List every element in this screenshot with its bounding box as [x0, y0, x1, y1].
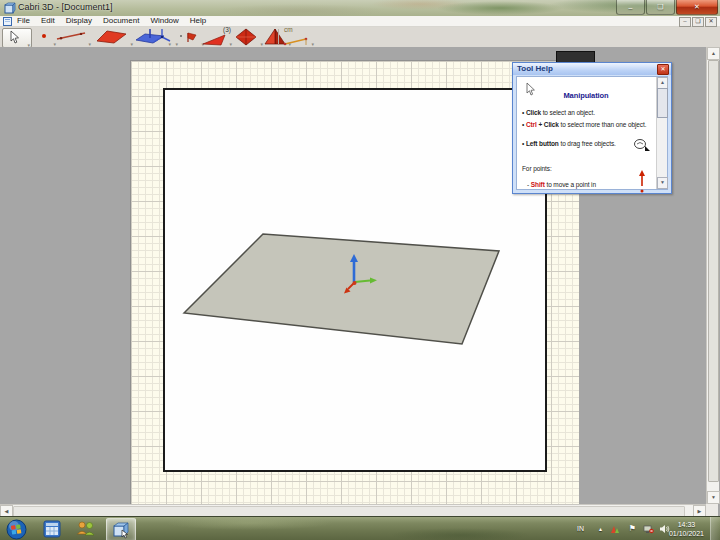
window-controls: – ❏ ✕	[615, 0, 718, 15]
scrollbar-corner	[706, 504, 718, 516]
gadget-icon	[43, 520, 61, 538]
half-plane-tool[interactable]: ▾	[178, 28, 200, 46]
tool-help-title-bar[interactable]: Tool Help ✕	[513, 63, 671, 75]
mdi-minimize-button[interactable]: –	[679, 17, 691, 27]
windows-logo-icon	[6, 519, 27, 540]
mdi-window-controls: – ❏ ✕	[678, 17, 717, 27]
scroll-left-button[interactable]: ◀	[0, 505, 13, 516]
app-icon	[4, 2, 16, 14]
cabri-cube-icon	[111, 521, 131, 539]
vertical-move-arrow-icon	[637, 169, 647, 193]
ctrl-click-text: to select more than one object.	[559, 121, 647, 128]
network-icon[interactable]	[643, 524, 654, 534]
help-line-shift: - Shift to move a point in	[527, 181, 596, 188]
taskbar-app-people[interactable]	[72, 518, 100, 540]
line-icon	[55, 28, 87, 44]
window-title: Cabri 3D - [Document1]	[18, 2, 113, 12]
scroll-down-button[interactable]: ▼	[707, 491, 720, 504]
close-button[interactable]: ✕	[676, 0, 718, 15]
document-icon[interactable]	[3, 17, 12, 26]
show-desktop-button[interactable]	[710, 517, 720, 540]
menu-edit[interactable]: Edit	[41, 16, 55, 26]
action-center-flag-icon[interactable]: ⚑	[629, 524, 636, 533]
measurement-tool[interactable]: ▾	[282, 33, 310, 46]
line-tool[interactable]: ▾	[55, 28, 87, 46]
click-keyword: Click	[544, 121, 559, 128]
scroll-down-button[interactable]: ▼	[657, 177, 668, 189]
help-line-ctrl-click: • Ctrl + Click to select more than one o…	[522, 121, 646, 128]
click-text: to select an object.	[541, 109, 595, 116]
triangle-icon	[200, 33, 228, 46]
tool-help-close-button[interactable]: ✕	[657, 64, 669, 75]
vertical-scroll-thumb[interactable]	[708, 60, 719, 482]
origin-point[interactable]	[353, 281, 357, 285]
point-icon	[38, 28, 52, 44]
mdi-close-button[interactable]: ✕	[705, 17, 717, 27]
people-icon	[76, 520, 96, 538]
mdi-restore-button[interactable]: ❏	[692, 17, 704, 27]
taskbar-app-cabri-active[interactable]	[106, 518, 136, 540]
half-plane-icon	[178, 28, 200, 45]
title-bar: Cabri 3D - [Document1] – ❏ ✕	[0, 0, 720, 17]
tool-help-window: Tool Help ✕ Manipulation • Click to sele…	[512, 62, 672, 194]
document-area: Tool Help ✕ Manipulation • Click to sele…	[0, 47, 720, 516]
tool-help-content: Manipulation • Click to select an object…	[516, 76, 668, 190]
maximize-button[interactable]: ❏	[646, 0, 675, 15]
help-line-click: • Click to select an object.	[522, 109, 595, 116]
polygon-tool[interactable]: ▾	[200, 32, 228, 46]
click-keyword: Click	[526, 109, 541, 116]
menu-display[interactable]: Display	[66, 16, 92, 26]
menu-bar: File Edit Display Document Window Help –…	[0, 16, 720, 27]
polyhedron-tool[interactable]: ▾	[233, 28, 259, 46]
shift-text: to move a point in	[545, 181, 596, 188]
start-button[interactable]	[2, 518, 30, 540]
toolbar-separator	[278, 29, 279, 44]
octahedron-icon	[233, 28, 259, 46]
plus-text: +	[537, 121, 544, 128]
taskbar-app-gadget[interactable]	[38, 518, 66, 540]
shift-keyword: Shift	[531, 181, 545, 188]
plane-tool[interactable]: ▾	[93, 28, 129, 46]
horizontal-scroll-thumb[interactable]	[13, 506, 685, 516]
ruler-icon	[282, 35, 310, 47]
tool-help-heading: Manipulation	[517, 91, 655, 100]
tool-help-title: Tool Help	[517, 63, 553, 75]
menu-document[interactable]: Document	[103, 16, 139, 26]
trihedron-icon	[150, 28, 174, 45]
toolbar: ▾ ▾ ▾ ▾ ▾ ▾	[0, 27, 720, 48]
tray-status-icon[interactable]	[610, 524, 620, 534]
measure-unit-label: cm	[284, 26, 293, 33]
clock-time: 14:33	[669, 520, 704, 529]
manipulation-tool[interactable]: ▾	[2, 28, 32, 48]
drag-hand-icon	[633, 137, 651, 152]
menu-window[interactable]: Window	[150, 16, 178, 26]
clock-date: 01/10/2021	[669, 529, 704, 538]
scroll-right-button[interactable]: ▶	[693, 505, 706, 516]
left-button-text: to drag free objects.	[559, 140, 616, 147]
scroll-up-button[interactable]: ▲	[707, 47, 720, 60]
minimize-button[interactable]: –	[616, 0, 645, 15]
hidden-icons-button[interactable]: ▴	[599, 525, 602, 532]
horizontal-scrollbar[interactable]: ◀ ▶	[0, 504, 706, 516]
taskbar: IN ▴ ⚑ 14:33 01/10/2021	[0, 516, 720, 540]
clock[interactable]: 14:33 01/10/2021	[669, 520, 704, 538]
point-tool[interactable]: ▾	[38, 28, 52, 46]
menu-help[interactable]: Help	[190, 16, 206, 26]
cursor-arrow-icon	[3, 29, 29, 45]
menu-file[interactable]: File	[17, 16, 30, 26]
language-indicator[interactable]: IN	[577, 525, 584, 532]
scroll-thumb[interactable]	[657, 88, 668, 118]
left-button-keyword: Left button	[526, 140, 559, 147]
vertical-scrollbar[interactable]: ▲ ▼	[706, 47, 719, 504]
help-line-left-button: • Left button to drag free objects.	[522, 140, 622, 147]
tool-help-scrollbar[interactable]: ▲ ▼	[656, 77, 667, 189]
ctrl-keyword: Ctrl	[526, 121, 537, 128]
axes-tool[interactable]: ▾	[150, 28, 174, 46]
plane-surface[interactable]	[184, 234, 499, 344]
plane-icon	[93, 28, 129, 45]
help-line-for-points: For points:	[522, 165, 552, 172]
